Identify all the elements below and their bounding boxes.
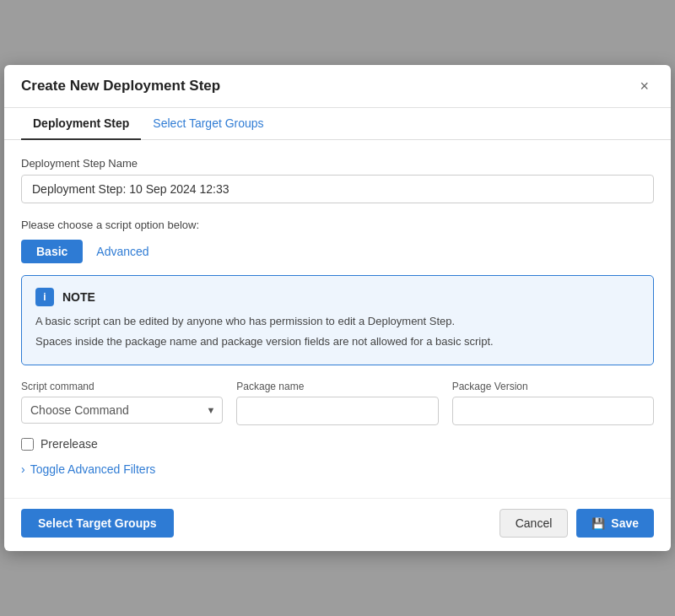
script-command-col: Script command Choose Command ▼ bbox=[21, 381, 223, 425]
toggle-chevron-icon: › bbox=[21, 462, 25, 476]
step-name-label: Deployment Step Name bbox=[21, 157, 654, 170]
script-command-select[interactable]: Choose Command bbox=[21, 397, 223, 424]
select-target-groups-button[interactable]: Select Target Groups bbox=[21, 509, 174, 538]
toggle-advanced-filters-label: Toggle Advanced Filters bbox=[30, 462, 156, 476]
advanced-button[interactable]: Advanced bbox=[93, 240, 152, 263]
save-button[interactable]: 💾 Save bbox=[576, 509, 654, 538]
basic-button[interactable]: Basic bbox=[21, 240, 83, 263]
package-name-input[interactable] bbox=[236, 397, 438, 425]
package-name-label: Package name bbox=[236, 381, 438, 392]
tab-deployment-step[interactable]: Deployment Step bbox=[21, 108, 141, 140]
script-command-wrapper: Choose Command ▼ bbox=[21, 397, 223, 424]
modal-header: Create New Deployment Step × bbox=[4, 65, 671, 108]
note-box: i NOTE A basic script can be edited by a… bbox=[21, 275, 654, 365]
modal-title: Create New Deployment Step bbox=[21, 78, 220, 95]
modal-overlay: Create New Deployment Step × Deployment … bbox=[0, 0, 675, 616]
note-line1: A basic script can be edited by anyone w… bbox=[35, 313, 640, 330]
note-title: NOTE bbox=[62, 290, 95, 304]
save-label: Save bbox=[611, 516, 639, 530]
footer-right-buttons: Cancel 💾 Save bbox=[500, 509, 654, 538]
modal-body: Deployment Step Name Please choose a scr… bbox=[4, 140, 671, 498]
toggle-advanced-filters-row[interactable]: › Toggle Advanced Filters bbox=[21, 462, 654, 476]
package-version-input[interactable] bbox=[452, 397, 654, 425]
note-line2: Spaces inside the package name and packa… bbox=[35, 333, 640, 350]
modal-dialog: Create New Deployment Step × Deployment … bbox=[4, 65, 671, 551]
tab-select-target-groups[interactable]: Select Target Groups bbox=[141, 108, 275, 140]
save-icon: 💾 bbox=[591, 517, 605, 530]
step-name-input[interactable] bbox=[21, 175, 654, 203]
close-button[interactable]: × bbox=[634, 77, 654, 95]
script-command-label: Script command bbox=[21, 381, 223, 392]
modal-footer: Select Target Groups Cancel 💾 Save bbox=[4, 498, 671, 551]
prerelease-checkbox[interactable] bbox=[21, 438, 34, 451]
script-option-label: Please choose a script option below: bbox=[21, 219, 654, 231]
package-version-col: Package Version bbox=[452, 381, 654, 425]
form-fields-row: Script command Choose Command ▼ Package … bbox=[21, 381, 654, 425]
prerelease-label[interactable]: Prerelease bbox=[40, 437, 98, 451]
note-header: i NOTE bbox=[35, 288, 640, 306]
package-version-label: Package Version bbox=[452, 381, 654, 392]
note-icon: i bbox=[35, 288, 54, 306]
tabs-bar: Deployment Step Select Target Groups bbox=[4, 108, 671, 140]
cancel-button[interactable]: Cancel bbox=[500, 509, 569, 538]
prerelease-row: Prerelease bbox=[21, 437, 654, 451]
package-name-col: Package name bbox=[236, 381, 438, 425]
script-options-group: Basic Advanced bbox=[21, 240, 654, 263]
